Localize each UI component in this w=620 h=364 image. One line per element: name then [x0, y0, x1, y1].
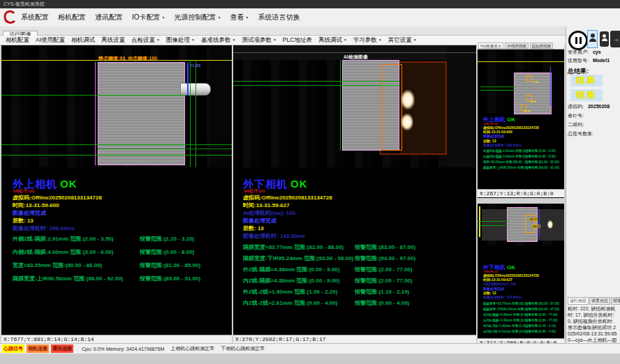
toolbar-item-4[interactable]: 离线设置: [101, 36, 125, 45]
log-tab-1[interactable]: 运行信息: [568, 297, 589, 305]
measurement-value: 内侧Z线-隔膜:4.60mm 范围:(3.00 - 6.00): [483, 154, 525, 160]
field-value: cys: [593, 50, 601, 54]
overlay-guide-line: [539, 209, 540, 237]
camera-top-heartbeat-status: 上相机心跳检测正常: [170, 345, 214, 352]
measurement-value: 外Z线-Z线=1.90mm 范围:(1.00 - 2.20): [243, 287, 355, 298]
info-field-row-4: 总批号数量:: [568, 130, 610, 139]
field-label: 虚拟码:: [568, 104, 584, 109]
toolbar-item-7[interactable]: 基准线参数▼: [201, 36, 235, 45]
menu-items: 系统配置相机配置通讯配置IO卡配置▼光源控制配置▼查看▼系统语言切换: [21, 8, 300, 26]
preview-tab-1[interactable]: NG图像显示: [478, 43, 503, 49]
dropdown-arrow-icon: ▼: [378, 38, 382, 42]
result-ok-badge: OK: [290, 178, 308, 190]
measurement-alarm-range: 报警范围:(94.00 - 97.00): [525, 307, 559, 312]
log-tab-2[interactable]: 设置信息: [589, 297, 610, 305]
camera-bottom-heartbeat-status: 下相机心跳检测正常: [221, 345, 265, 352]
user-switch-button[interactable]: [600, 31, 609, 47]
menu-item-2[interactable]: 相机配置: [58, 13, 86, 22]
log-tab-3[interactable]: 报警信息: [611, 297, 620, 305]
field-value: 20250208: [588, 104, 610, 109]
pixel-coordinate-readout-middle: X:270;Y:2502;R:17;G:17;B:17: [233, 335, 476, 343]
toolbar-item-11[interactable]: 学习参数▼: [353, 36, 382, 45]
preview-image-top[interactable]: 2.91 4.60 90.56: [478, 50, 564, 113]
measurement-alarm-range: 报警范围:(2.20 - 3.20): [525, 149, 556, 154]
log-tab-bar: 运行信息设置信息报警信息: [568, 297, 620, 305]
dropdown-arrow-icon: ▼: [344, 38, 347, 42]
info-field-row-3: 二维码:: [568, 121, 610, 130]
preview-image-bottom[interactable]: 83.77 95.24: [478, 204, 564, 245]
measurement-value: 外Z线-Z线=1.90mm 范围:(1.00 - 2.20): [483, 324, 525, 329]
person-icon: [591, 33, 595, 38]
toolbar-item-12[interactable]: 其它设置▼: [388, 36, 417, 45]
measurement-row: 内Z线-Z线=2.61mm 范围:(0.60 - 4.00)报警范围:(0.60…: [243, 298, 473, 309]
menu-item-5[interactable]: 光源控制配置▼: [175, 13, 221, 22]
camera-name: 外上相机: [13, 178, 57, 190]
info-field-row-2: 卷针号:: [568, 112, 610, 121]
measurement-alarm-range: 报警范围:(2.00 - 77.00): [355, 264, 413, 275]
preview-tab-3[interactable]: 起始内线图: [530, 43, 554, 49]
toolbar-item-2[interactable]: AI使用配置: [36, 36, 65, 45]
pause-button[interactable]: [568, 31, 588, 50]
dropdown-arrow-icon: ▼: [191, 38, 195, 42]
cpu-memory-readout: Cpu: 0.0% Memory: 3424.41796875M: [82, 347, 164, 351]
status-line: 图像处理完成: [13, 209, 102, 217]
view-tab-row: 运行图像: [0, 26, 566, 36]
status-lines: 虚拟码:Offline20250208133134728时间:13-31-59-…: [483, 273, 539, 299]
result-ok-badge: OK: [507, 116, 515, 123]
measurement-alarm-range: 报警范围:(0.60 - 4.00): [525, 329, 556, 335]
camera-image-middle[interactable]: AI检测图像: [233, 45, 476, 167]
measurement-value: 隔膜宽度-上IR90.56mm 范围:(88.00 - 92.00): [483, 165, 525, 171]
brand-logo-icon: [3, 10, 16, 24]
status-badges: 心跳信号相机连接通讯连接: [2, 344, 75, 353]
user-login-button[interactable]: [587, 30, 598, 48]
menu-item-4[interactable]: IO卡配置▼: [132, 13, 165, 22]
result-ok-badge: OK: [507, 264, 515, 271]
measurement-row: 内Z线-隔膜=4.38mm 范围:(0.00 - 9.00)报警范围:(2.00…: [483, 318, 563, 324]
defect-marker-label: 90.56: [524, 109, 531, 113]
menu-item-6[interactable]: 查看▼: [230, 13, 249, 22]
menu-item-3[interactable]: 通讯配置: [95, 13, 123, 22]
measurement-value: 宽度=83.05mm 范围:(80.00 - 86.00): [483, 160, 525, 165]
measurement-value: 隔膜宽度-上IR90.56mm 范围:(88.00 - 92.00): [13, 272, 140, 285]
measurement-alarm-range: 报警范围:(2.00 - 77.00): [355, 275, 413, 287]
measurement-value: 外Z线-隔膜=4.38mm 范围:(0.00 - 9.00): [243, 264, 355, 275]
menu-item-7[interactable]: 系统语言切换: [258, 13, 300, 22]
status-line: AI处理耗时(ms): 166: [243, 209, 332, 217]
measurement-alarm-range: 报警范围:(1.10 - 2.10): [525, 324, 556, 329]
status-line: 图像处理耗时: 298.00ms: [483, 143, 539, 147]
glare-spot: [401, 90, 415, 109]
measurement-alarm-range: 报警范围:(94.00 - 97.00): [355, 253, 415, 264]
measurement-alarm-range: 报警范围:(81.00 - 85.00): [140, 259, 200, 272]
measurement-row: 宽度=83.05mm 范围:(80.00 - 86.00)报警范围:(81.00…: [483, 160, 563, 165]
toolbar-item-8[interactable]: 测试项参数▼: [242, 36, 276, 45]
field-label: 使用型号:: [568, 58, 589, 63]
camera-image-left[interactable]: 静态阈值:93, 动态阈值:100 51.88: [1, 45, 232, 167]
toolbar-item-5[interactable]: 点检设置▼: [131, 36, 160, 45]
toolbar-item-3[interactable]: 相机调试: [71, 36, 95, 45]
user-field-row-1: 登录用户:cys: [568, 49, 610, 57]
toolbar-item-9[interactable]: PLC地址表: [283, 36, 312, 45]
measurement-row: 隔膜宽度=83.77mm 范围:(82.00 - 88.00)报警范围:(83.…: [483, 301, 563, 307]
toolbar-item-1[interactable]: 相机配置: [6, 36, 29, 45]
toolbar-item-10[interactable]: 离线调试▼: [318, 36, 347, 45]
defect-marker-label: 2.91: [533, 80, 539, 84]
measurement-row: 外Z线-Z线=1.90mm 范围:(1.00 - 2.20)报警范围:(1.10…: [483, 324, 563, 329]
measurement-value: 外侧Z线-隔膜:2.91mm 范围:(2.00 - 3.50): [483, 149, 525, 154]
overlay-guide-line: [479, 206, 480, 237]
dropdown-arrow-icon: ▼: [162, 15, 165, 20]
measurement-value: 内Z线-Z线=2.61mm 范围:(0.60 - 4.00): [243, 298, 355, 309]
measurement-value: 内侧Z线-隔膜:4.60mm 范围:(3.00 - 6.00): [13, 245, 140, 259]
overlay-guide-line: [340, 60, 341, 151]
preview-top-panel: NG图像显示外线内线图起始内线图 2.91 4.60 90.56 外上相机OK …: [478, 42, 564, 198]
field-label: 卷针号:: [568, 113, 584, 118]
menu-item-1[interactable]: 系统配置: [21, 13, 49, 22]
preview-tab-2[interactable]: 外线内线图: [505, 43, 529, 49]
status-lines: 虚拟码:Offline20250208133134728时间:13-31-59-…: [483, 126, 539, 147]
measurement-alarm-range: 报警范围:(0.00 - 8.00): [140, 245, 194, 259]
toolbar-item-6[interactable]: 图像处理▼: [166, 36, 195, 45]
info-field-row-1: 虚拟码:20250208: [568, 103, 610, 112]
exit-button[interactable]: →: [610, 31, 620, 47]
dropdown-arrow-icon: ▼: [156, 38, 160, 42]
field-label: 总批号数量:: [568, 131, 593, 136]
measurement-row: 隔膜宽度=83.77mm 范围:(82.00 - 88.00)报警范围:(83.…: [243, 242, 473, 253]
